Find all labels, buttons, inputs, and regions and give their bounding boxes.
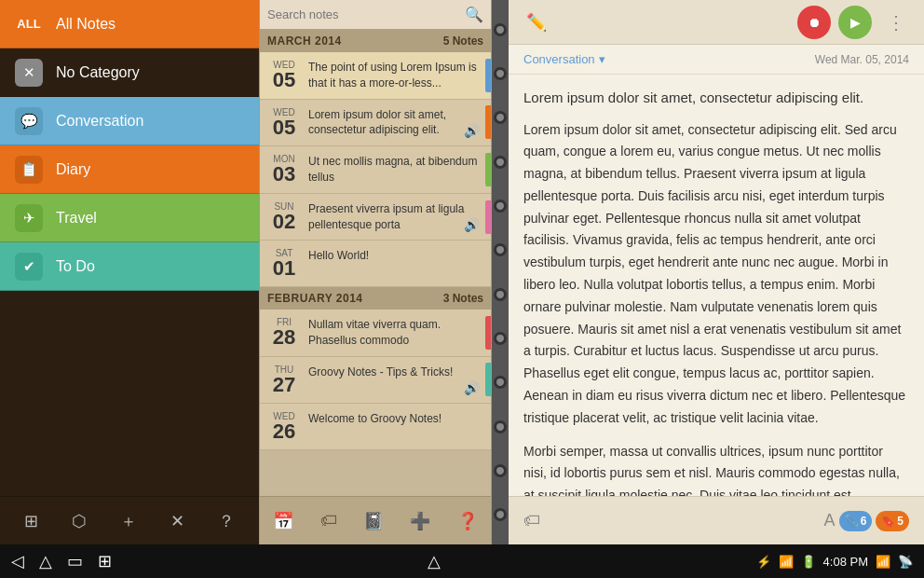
spiral-ring — [494, 156, 507, 169]
note-tag-teal — [485, 363, 491, 396]
up-arrow-icon: △ — [428, 551, 441, 571]
note-date: FRI 28 — [267, 317, 301, 348]
spiral-ring — [494, 464, 507, 477]
spiral-ring — [494, 332, 507, 345]
sidebar-item-diary[interactable]: 📋 Diary — [0, 145, 259, 194]
note-item[interactable]: SAT 01 Hello World! — [260, 241, 491, 287]
note-tag-blue — [485, 59, 491, 92]
note-item[interactable]: SUN 02 Praesent viverra ipsum at ligula … — [260, 194, 491, 241]
day-num: 26 — [267, 421, 301, 442]
note-content: Lorem ipsum dolor sit amet, consectetur … — [308, 107, 483, 139]
notes-bottom-toolbar: 📅 🏷 📓 ➕ ❓ — [260, 496, 491, 544]
spiral-ring — [494, 67, 507, 80]
pencil-icon[interactable]: ✏️ — [520, 6, 553, 39]
note-item[interactable]: MON 03 Ut nec mollis magna, at bibendum … — [260, 146, 491, 194]
all-notes-icon: ALL — [15, 10, 43, 38]
day-num: 05 — [267, 70, 301, 90]
note-content: Nullam vitae viverra quam. Phasellus com… — [308, 317, 483, 349]
search-input[interactable] — [267, 7, 465, 21]
status-bar: ◁ △ ▭ ⊞ △ ⚡ 📶 🔋 4:08 PM 📶 📡 — [0, 544, 924, 578]
spiral-ring — [494, 508, 507, 521]
help-icon[interactable]: ❓ — [457, 511, 478, 531]
sidebar-item-travel[interactable]: ✈ Travel — [0, 194, 259, 242]
recents-button[interactable]: ▭ — [67, 551, 83, 571]
attachment-badge-button[interactable]: 📎 6 — [839, 511, 873, 531]
note-item[interactable]: THU 27 Groovy Notes - Tips & Tricks! 🔊 — [260, 357, 491, 404]
tag-count: 5 — [897, 515, 904, 528]
sidebar-item-all-notes[interactable]: ALL All Notes — [0, 0, 259, 48]
month-header-march: MARCH 2014 5 Notes — [260, 30, 491, 52]
audio-icon: 🔊 — [464, 380, 480, 395]
day-num: 28 — [267, 327, 301, 348]
screenshot-button[interactable]: ⊞ — [98, 551, 112, 571]
note-tag-pink — [485, 200, 491, 234]
sidebar-item-conversation[interactable]: 💬 Conversation — [0, 97, 259, 145]
signal-icon: 📡 — [898, 555, 913, 569]
sidebar-delete-icon[interactable]: ✕ — [170, 511, 184, 531]
sidebar-item-no-category-label: No Category — [56, 64, 140, 81]
notes-panel: 🔍 MARCH 2014 5 Notes WED 05 The point of… — [259, 0, 492, 544]
sidebar-tag-icon[interactable]: ⬡ — [72, 511, 87, 531]
spiral-ring — [494, 243, 507, 256]
sidebar-grid-icon[interactable]: ⊞ — [24, 511, 38, 531]
tag-icon[interactable]: 🏷 — [320, 511, 337, 530]
note-item[interactable]: WED 05 The point of using Lorem Ipsum is… — [260, 52, 491, 100]
sidebar-item-all-notes-label: All Notes — [56, 16, 116, 33]
note-text: Ut nec mollis magna, at bibendum tellus — [308, 154, 483, 186]
note-date: SUN 02 — [267, 201, 301, 232]
spiral-binding — [492, 0, 509, 544]
spiral-ring — [494, 376, 507, 389]
status-bar-right: ⚡ 📶 🔋 4:08 PM 📶 📡 — [756, 555, 913, 569]
note-text: Praesent viverra ipsum at ligula pellent… — [308, 201, 483, 233]
note-item[interactable]: FRI 28 Nullam vitae viverra quam. Phasel… — [260, 310, 491, 357]
day-num: 02 — [267, 212, 301, 232]
note-content: The point of using Lorem Ipsum is that i… — [308, 60, 483, 91]
sidebar-item-no-category[interactable]: ✕ No Category — [0, 48, 259, 97]
search-icon: 🔍 — [465, 6, 483, 23]
category-badge[interactable]: Conversation ▾ — [523, 52, 605, 66]
play-button[interactable]: ▶ — [838, 6, 872, 39]
spiral-ring — [494, 111, 507, 124]
sidebar-bottom-toolbar: ⊞ ⬡ ＋ ✕ ？ — [0, 496, 259, 544]
add-note-icon[interactable]: ➕ — [410, 511, 430, 531]
calendar-icon[interactable]: 📅 — [273, 511, 293, 531]
sidebar-help-icon[interactable]: ？ — [218, 510, 235, 532]
usb-icon: ⚡ — [756, 555, 771, 569]
content-toolbar: ✏️ ⏺ ▶ ⋮ — [509, 0, 924, 45]
month-name-march: MARCH 2014 — [267, 34, 342, 48]
note-content: Groovy Notes - Tips & Tricks! — [308, 365, 483, 380]
note-date-display: Wed Mar. 05, 2014 — [815, 53, 909, 66]
note-content: Ut nec mollis magna, at bibendum tellus — [308, 154, 483, 186]
note-item[interactable]: WED 05 Lorem ipsum dolor sit amet, conse… — [260, 100, 491, 147]
sidebar-item-travel-label: Travel — [56, 210, 97, 227]
more-options-button[interactable]: ⋮ — [879, 6, 913, 39]
status-bar-left: ◁ △ ▭ ⊞ — [11, 551, 112, 571]
sticker-icon[interactable]: 🏷 — [523, 511, 540, 530]
record-button[interactable]: ⏺ — [797, 6, 831, 39]
home-button[interactable]: △ — [39, 551, 52, 571]
audio-icon: 🔊 — [464, 123, 480, 138]
back-button[interactable]: ◁ — [11, 551, 24, 571]
travel-icon: ✈ — [15, 204, 43, 232]
conversation-icon: 💬 — [15, 107, 43, 135]
day-num: 03 — [267, 164, 301, 185]
attachment-count: 6 — [861, 515, 867, 528]
audio-icon: 🔊 — [464, 217, 480, 232]
sidebar-add-icon[interactable]: ＋ — [120, 510, 137, 532]
sidebar-item-todo-label: To Do — [56, 258, 95, 275]
sidebar-item-todo[interactable]: ✔ To Do — [0, 242, 259, 291]
font-icon[interactable]: A — [824, 511, 836, 530]
note-count-march: 5 Notes — [443, 34, 483, 48]
note-tag-orange — [485, 105, 491, 139]
notes-list: MARCH 2014 5 Notes WED 05 The point of u… — [260, 30, 491, 496]
content-body-text-2: Morbi semper, massa ut convallis ultrice… — [523, 441, 909, 496]
note-item[interactable]: WED 26 Welcome to Groovy Notes! — [260, 404, 491, 450]
note-date: WED 05 — [267, 60, 301, 90]
content-bottom-toolbar: 🏷 A 📎 6 🔖 5 — [509, 496, 924, 544]
notebook-icon[interactable]: 📓 — [363, 511, 384, 531]
todo-icon: ✔ — [15, 253, 43, 281]
note-text: Welcome to Groovy Notes! — [308, 411, 483, 427]
spiral-ring — [494, 288, 507, 301]
tag-badge-button[interactable]: 🔖 5 — [876, 511, 909, 531]
spiral-ring — [494, 23, 507, 36]
